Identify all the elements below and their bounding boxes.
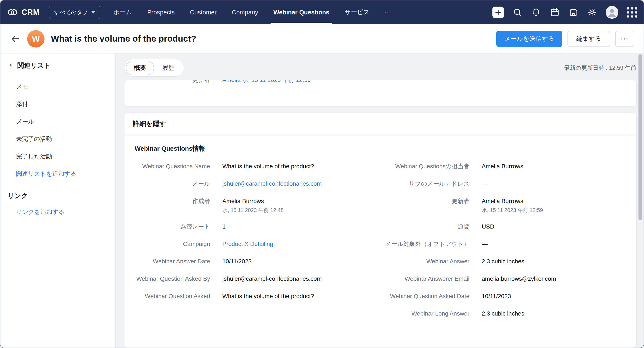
clipped-field-value[interactable]: Amelia 水, 15 11 2023 午前 12:59 bbox=[222, 80, 311, 85]
quick-create-icon[interactable] bbox=[492, 7, 504, 18]
field-value: 10/11/2023 bbox=[482, 292, 511, 301]
field-row: 通貨 USD bbox=[381, 218, 628, 235]
field-value: — bbox=[482, 179, 488, 188]
module-tab-label: Webinar Questions bbox=[274, 9, 330, 16]
section-title: Webinar Questions情報 bbox=[124, 135, 636, 155]
all-tabs-dropdown[interactable]: すべてのタブ bbox=[49, 6, 100, 19]
details-card: 詳細を隠す Webinar Questions情報 Webinar Questi… bbox=[124, 113, 636, 347]
topnav-actions bbox=[492, 6, 637, 19]
more-actions-button[interactable]: ⋯ bbox=[615, 31, 634, 47]
related-list-item[interactable]: 添付 bbox=[6, 96, 110, 113]
field-value: 2.3 cubic inches bbox=[482, 309, 524, 318]
field-row: Webinar Question Asked Date 10/11/2023 bbox=[381, 287, 628, 305]
edit-button[interactable]: 編集する bbox=[568, 31, 610, 47]
field-label: Webinar Question Asked By bbox=[134, 274, 210, 283]
module-tab-label: Customer bbox=[190, 9, 217, 16]
field-value-wrap: Product X Detailing bbox=[222, 240, 273, 248]
crm-window: CRM すべてのタブ ホーム Prospects Customer bbox=[0, 0, 644, 348]
last-updated-text: 最新の更新日時 : 12:59 午前 bbox=[564, 64, 636, 72]
related-list-heading-row: 関連リスト bbox=[6, 61, 110, 70]
field-label: サブのメールアドレス bbox=[381, 179, 470, 188]
apps-grid-icon[interactable] bbox=[627, 7, 637, 18]
module-tab[interactable]: ホーム bbox=[106, 1, 140, 24]
field-value[interactable]: jshuler@caramel-confectionaries.com bbox=[222, 179, 322, 188]
field-value: 10/11/2023 bbox=[222, 257, 252, 266]
field-label: 更新者 bbox=[381, 197, 470, 214]
send-mail-button[interactable]: メールを送信する bbox=[496, 31, 562, 47]
field-row: メール jshuler@caramel-confectionaries.com bbox=[134, 175, 381, 192]
module-tab[interactable]: Customer bbox=[182, 1, 224, 24]
related-list-sidebar: 関連リスト メモ 添付 メール 未完了の活動 完了した活動 関連リストを追加する… bbox=[0, 54, 116, 347]
field-value-wrap: What is the volume of the product? bbox=[222, 292, 314, 301]
related-list-item[interactable]: 完了した活動 bbox=[6, 148, 110, 165]
field-row: Campaign Product X Detailing bbox=[134, 235, 381, 253]
field-value: 2.3 cubic inches bbox=[482, 257, 524, 266]
notifications-bell-icon[interactable] bbox=[531, 7, 541, 18]
detail-tab[interactable]: 履歴 bbox=[154, 61, 182, 75]
module-tab[interactable]: Webinar Questions bbox=[266, 1, 337, 24]
related-list-item[interactable]: メモ bbox=[6, 78, 110, 96]
field-row: 更新者 Amelia Burrows 水, 15 11 2023 午前 12:5… bbox=[381, 192, 628, 218]
field-subvalue: 水, 15 11 2023 午前 12:59 bbox=[482, 206, 543, 214]
field-row: Webinar Questionsの担当者 Amelia Burrows bbox=[381, 158, 628, 175]
search-icon[interactable] bbox=[512, 7, 522, 18]
field-row: 作成者 Amelia Burrows 水, 15 11 2023 午前 12:4… bbox=[134, 192, 381, 218]
back-arrow-icon[interactable] bbox=[10, 33, 21, 44]
module-tab[interactable]: ⋯ bbox=[377, 1, 399, 24]
field-value-wrap: jshuler@caramel-confectionaries.com bbox=[222, 274, 322, 283]
field-value-wrap: — bbox=[482, 240, 488, 248]
zoho-crm-logo-icon bbox=[7, 7, 18, 18]
field-value-wrap: 10/11/2023 bbox=[222, 257, 252, 266]
field-label: Webinar Answerer Email bbox=[381, 274, 470, 283]
related-list-title: 関連リスト bbox=[18, 61, 51, 70]
field-value: — bbox=[482, 240, 488, 248]
settings-gear-icon[interactable] bbox=[587, 7, 597, 18]
field-label: Webinar Question Asked Date bbox=[381, 292, 470, 301]
field-value-wrap: amelia.burrows@zylker.com bbox=[482, 274, 556, 283]
field-label: Campaign bbox=[134, 240, 210, 248]
top-navigation: CRM すべてのタブ ホーム Prospects Customer bbox=[0, 1, 644, 24]
field-row: Webinar Answer Date 10/11/2023 bbox=[134, 253, 381, 270]
field-label: Webinar Long Answer bbox=[381, 309, 470, 318]
related-list-item[interactable]: メール bbox=[6, 113, 110, 130]
clipped-field-row: 更新者 Amelia 水, 15 11 2023 午前 12:59 bbox=[124, 80, 636, 85]
field-label: メール対象外（オプトアウト） bbox=[381, 240, 470, 248]
field-value[interactable]: Product X Detailing bbox=[222, 240, 273, 248]
field-value-wrap: — bbox=[482, 179, 488, 188]
collapse-sidebar-icon[interactable] bbox=[6, 62, 14, 70]
field-value: Amelia Burrows bbox=[482, 162, 524, 171]
chevron-down-icon bbox=[91, 11, 95, 14]
field-value-wrap: USD bbox=[482, 222, 494, 231]
field-value: USD bbox=[482, 222, 494, 231]
field-label: Webinar Answer Date bbox=[134, 257, 210, 266]
marketplace-icon[interactable] bbox=[568, 7, 578, 18]
field-value-wrap: Amelia Burrows 水, 15 11 2023 午前 12:48 bbox=[222, 197, 284, 214]
detail-tab[interactable]: 概要 bbox=[126, 61, 154, 75]
detail-tabs-row: 概要 履歴 最新の更新日時 : 12:59 午前 bbox=[124, 59, 636, 76]
vertical-scrollbar[interactable] bbox=[638, 54, 642, 220]
field-row: Webinar Question Asked By jshuler@carame… bbox=[134, 270, 381, 287]
field-value: Amelia Burrows bbox=[482, 197, 543, 206]
field-row: Webinar Questions Name What is the volum… bbox=[134, 158, 381, 175]
field-label: Webinar Questionsの担当者 bbox=[381, 162, 470, 171]
user-avatar[interactable] bbox=[606, 6, 618, 19]
field-value-wrap: 2.3 cubic inches bbox=[482, 309, 524, 318]
add-related-list-link[interactable]: 関連リストを追加する bbox=[6, 165, 110, 182]
module-tab[interactable]: サービス bbox=[337, 1, 377, 24]
hide-details-toggle[interactable]: 詳細を隠す bbox=[124, 113, 636, 135]
field-label: 為替レート bbox=[134, 222, 210, 231]
field-value-wrap: Amelia Burrows bbox=[482, 162, 524, 171]
field-value: jshuler@caramel-confectionaries.com bbox=[222, 274, 322, 283]
field-label: Webinar Answer bbox=[381, 257, 470, 266]
module-tab[interactable]: Company bbox=[224, 1, 266, 24]
related-list-item[interactable]: 未完了の活動 bbox=[6, 130, 110, 148]
module-tab[interactable]: Prospects bbox=[140, 1, 182, 24]
field-label: Webinar Question Asked bbox=[134, 292, 210, 301]
module-tab-label: サービス bbox=[345, 8, 370, 17]
add-link-link[interactable]: リンクを追加する bbox=[6, 203, 110, 221]
field-label: 通貨 bbox=[381, 222, 470, 231]
module-tab-label: ホーム bbox=[114, 8, 132, 17]
field-row: Webinar Answer 2.3 cubic inches bbox=[381, 253, 628, 270]
field-label: Webinar Questions Name bbox=[134, 162, 210, 171]
calendar-icon[interactable] bbox=[550, 7, 560, 18]
